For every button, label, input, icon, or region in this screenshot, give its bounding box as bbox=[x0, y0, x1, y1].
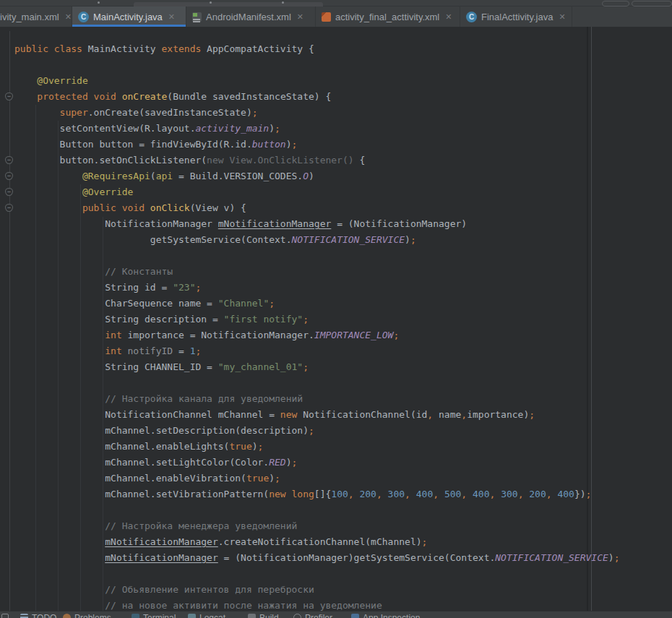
fold-marker-icon[interactable]: − bbox=[5, 188, 13, 196]
java-class-icon: C bbox=[466, 12, 477, 22]
code-line: @RequiresApi(api = Build.VERSION_CODES.O… bbox=[14, 168, 620, 184]
fold-marker-icon[interactable]: − bbox=[5, 172, 13, 180]
code-line bbox=[14, 375, 620, 391]
tab-label: AndroidManifest.xml bbox=[206, 12, 291, 22]
tab-androidmanifest-xml[interactable]: AndroidManifest.xml ✕ bbox=[186, 7, 316, 27]
fold-marker-icon[interactable]: − bbox=[5, 156, 13, 164]
toolwindow-todo[interactable]: TODO bbox=[20, 613, 56, 618]
tab-label: ivity_main.xml bbox=[0, 12, 59, 22]
code-line bbox=[14, 502, 620, 518]
toolwindow-problems[interactable]: Problems bbox=[63, 613, 111, 618]
toolwindow-label: App Inspection bbox=[363, 613, 420, 618]
tab-finalacttivity-java[interactable]: C FinalActtivity.java ✕ bbox=[460, 7, 572, 27]
tab-activity-final-acttivity-xml[interactable]: activity_final_acttivity.xml ✕ bbox=[316, 7, 460, 27]
code-line: NotificationChannel mChannel = new Notif… bbox=[14, 407, 620, 423]
app-inspection-icon bbox=[351, 614, 359, 618]
build-hammer-icon bbox=[248, 614, 256, 618]
window-menu-button-partial[interactable] bbox=[1, 613, 9, 618]
code-line: mNotificationManager = (NotificationMana… bbox=[14, 550, 620, 566]
toolwindow-app-inspection[interactable]: App Inspection bbox=[351, 613, 420, 618]
code-editor[interactable]: − − − − − public class MainActivity exte… bbox=[0, 27, 672, 611]
code-line: // Константы bbox=[14, 264, 620, 280]
code-line: String id = "23"; bbox=[14, 280, 620, 296]
editor-tab-bar: ivity_main.xml ✕ C MainActivity.java ✕ A… bbox=[0, 7, 672, 27]
code-line: @Override bbox=[14, 184, 620, 200]
toolwindow-label: TODO bbox=[32, 613, 56, 618]
toolwindow-label: Logcat bbox=[199, 613, 225, 618]
tab-label: FinalActtivity.java bbox=[481, 12, 553, 22]
toolbar-icon-dot bbox=[282, 1, 284, 4]
code-line: // Настройка менеджера уведомлений bbox=[14, 518, 620, 534]
code-line: protected void onCreate(Bundle savedInst… bbox=[14, 89, 620, 105]
code-line: // Обьявление интентов для переброски bbox=[14, 582, 620, 598]
code-line: Button button = findViewById(R.id.button… bbox=[14, 137, 620, 153]
toolwindow-label: Profiler bbox=[305, 613, 332, 618]
code-line: public class MainActivity extends AppCom… bbox=[14, 41, 620, 57]
toolwindow-label: Build bbox=[259, 613, 279, 618]
toolwindow-label: Terminal bbox=[143, 613, 176, 618]
toolwindow-profiler[interactable]: Profiler bbox=[293, 613, 332, 618]
close-icon[interactable]: ✕ bbox=[445, 12, 452, 22]
code-line: mNotificationManager.createNotificationC… bbox=[14, 534, 620, 550]
todo-icon bbox=[20, 614, 28, 618]
fold-marker-icon[interactable]: − bbox=[5, 204, 13, 212]
code-line bbox=[14, 566, 620, 582]
code-line: // Настройка канала для уведомлений bbox=[14, 391, 620, 407]
code-line: getSystemService(Context.NOTIFICATION_SE… bbox=[14, 232, 620, 248]
code-line bbox=[14, 248, 620, 264]
code-line: int importance = NotificationManager.IMP… bbox=[14, 327, 620, 343]
toolwindow-logcat[interactable]: Logcat bbox=[188, 613, 225, 618]
toolbar-icon-dot bbox=[98, 1, 100, 4]
code-line: String CHANNEL_ID = "my_channel_01"; bbox=[14, 359, 620, 375]
code-line: mChannel.setDescription(description); bbox=[14, 423, 620, 439]
code-line: int notifyID = 1; bbox=[14, 343, 620, 359]
close-icon[interactable]: ✕ bbox=[559, 12, 565, 22]
close-icon[interactable]: ✕ bbox=[65, 12, 72, 22]
gutter-fold-line bbox=[9, 31, 10, 611]
code-line bbox=[14, 57, 620, 73]
terminal-icon bbox=[132, 614, 139, 618]
profiler-icon bbox=[293, 614, 301, 618]
code-line: mChannel.enableLights(true); bbox=[14, 439, 620, 455]
code-line: mChannel.enableVibration(true); bbox=[14, 471, 620, 486]
code-line: setContentView(R.layout.activity_main); bbox=[14, 121, 620, 137]
toolwindow-build[interactable]: Build bbox=[248, 613, 279, 618]
close-icon[interactable]: ✕ bbox=[168, 12, 175, 22]
toolwindow-label: Problems bbox=[74, 613, 111, 618]
close-icon[interactable]: ✕ bbox=[297, 12, 303, 22]
logcat-icon bbox=[188, 614, 196, 618]
code-line: mChannel.setVibrationPattern(new long[]{… bbox=[14, 486, 620, 502]
fold-marker-icon[interactable]: − bbox=[5, 93, 13, 100]
window-icon bbox=[1, 614, 9, 618]
code-line: @Override bbox=[14, 73, 620, 89]
layout-xml-file-icon bbox=[322, 12, 331, 22]
tab-mainactivity-java[interactable]: C MainActivity.java ✕ bbox=[72, 7, 186, 27]
code-line: public void onClick(View v) { bbox=[14, 200, 620, 216]
toolbar-icon-dot bbox=[210, 1, 212, 4]
main-toolbar-partial bbox=[0, 0, 672, 7]
code-line: button.setOnClickListener(new View.OnCli… bbox=[14, 153, 620, 168]
problems-icon bbox=[63, 614, 71, 618]
tab-label: activity_final_acttivity.xml bbox=[335, 12, 439, 22]
manifest-file-icon bbox=[192, 12, 202, 22]
device-widget-partial[interactable] bbox=[632, 1, 672, 7]
run-widget-partial[interactable] bbox=[602, 1, 629, 7]
code-line: CharSequence name = "Channel"; bbox=[14, 296, 620, 312]
tab-label: MainActivity.java bbox=[93, 12, 163, 22]
code-line: // на новое активити после нажатия на ув… bbox=[14, 598, 620, 611]
code-line: NotificationManager mNotificationManager… bbox=[14, 216, 620, 232]
toolwindow-terminal[interactable]: Terminal bbox=[132, 613, 176, 618]
code-line: String description = "first notify"; bbox=[14, 312, 620, 327]
tool-window-bar: TODO Problems Terminal Logcat Build Prof… bbox=[0, 611, 672, 618]
code-line: super.onCreate(savedInstanceState); bbox=[14, 105, 620, 121]
code-content[interactable]: public class MainActivity extends AppCom… bbox=[14, 41, 620, 611]
tab-activity-main-xml[interactable]: ivity_main.xml ✕ bbox=[0, 7, 72, 27]
java-class-icon: C bbox=[78, 12, 89, 22]
code-line: mChannel.setLightColor(Color.RED); bbox=[14, 455, 620, 471]
